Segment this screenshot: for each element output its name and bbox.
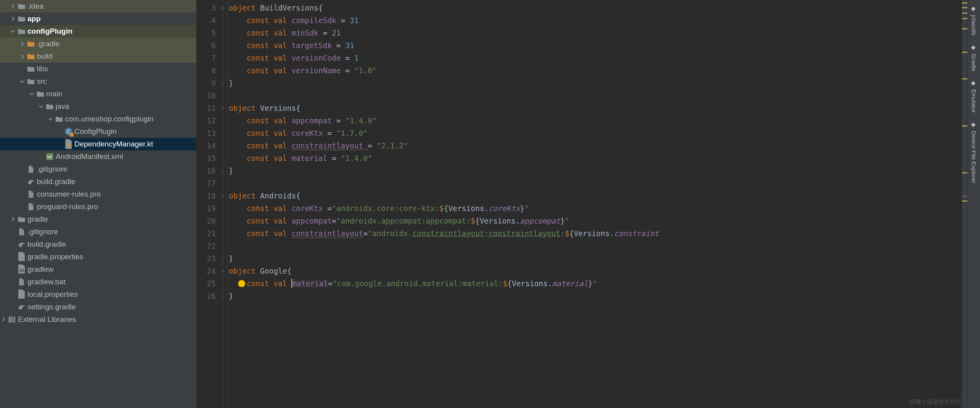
code-line[interactable]: object Google{ bbox=[229, 265, 962, 277]
code-line[interactable]: const val constraintlayout="androidx.con… bbox=[229, 227, 962, 240]
tree-item[interactable]: local.properties bbox=[0, 288, 196, 301]
line-number[interactable]: 18 bbox=[197, 190, 223, 202]
tree-item[interactable]: com.umeshop.configplugin bbox=[0, 113, 196, 125]
line-number[interactable]: 20 bbox=[197, 215, 223, 227]
code-line[interactable]: const val coreKtx ="androidx.core:core-k… bbox=[229, 202, 962, 215]
chevron-down-icon[interactable] bbox=[10, 29, 16, 34]
fold-toggle-icon[interactable]: ⊟ bbox=[222, 102, 224, 114]
tree-item[interactable]: DependencyManager.kt bbox=[0, 138, 196, 150]
tree-item[interactable]: app bbox=[0, 13, 196, 25]
tool-tab-emulator[interactable]: ◆Emulator bbox=[969, 76, 979, 117]
scrollbar-marker[interactable] bbox=[962, 78, 967, 79]
tree-item[interactable]: .idea bbox=[0, 0, 196, 13]
line-gutter[interactable]: 3456789101112131415161718192021222324252… bbox=[197, 0, 223, 408]
chevron-down-icon[interactable] bbox=[48, 116, 53, 122]
chevron-right-icon[interactable] bbox=[20, 54, 25, 59]
tree-item[interactable]: libs bbox=[0, 63, 196, 75]
editor[interactable]: 3456789101112131415161718192021222324252… bbox=[197, 0, 967, 408]
external-libraries[interactable]: External Libraries bbox=[0, 313, 196, 326]
scrollbar-marker[interactable] bbox=[962, 7, 967, 8]
scrollbar-marker[interactable] bbox=[962, 28, 967, 29]
code-line[interactable]: const val material = "1.4.0" bbox=[229, 152, 962, 164]
code-line[interactable]: const val appcompat = "1.4.0" bbox=[229, 114, 962, 127]
tree-item[interactable]: consumer-rules.pro bbox=[0, 188, 196, 200]
tree-item[interactable]: build bbox=[0, 50, 196, 63]
line-number[interactable]: 12 bbox=[197, 114, 223, 127]
line-number[interactable]: 11 bbox=[197, 102, 223, 114]
tree-item[interactable]: build.gradle bbox=[0, 238, 196, 251]
line-number[interactable]: 10 bbox=[197, 89, 223, 102]
code-line[interactable]: const val material="com.google.android.m… bbox=[229, 277, 962, 290]
line-number[interactable]: 6 bbox=[197, 39, 223, 52]
project-tree[interactable]: .ideaappconfigPlugin.gradlebuildlibssrcm… bbox=[0, 0, 197, 408]
line-number[interactable]: 3 bbox=[197, 2, 223, 14]
line-number[interactable]: 8 bbox=[197, 64, 223, 77]
code-area[interactable]: object BuildVersions{ const val compileS… bbox=[227, 0, 962, 408]
line-number[interactable]: 26 bbox=[197, 290, 223, 302]
code-line[interactable]: const val versionName = "1.0" bbox=[229, 64, 962, 77]
line-number[interactable]: 25 bbox=[197, 277, 223, 290]
tree-item[interactable]: settings.gradle bbox=[0, 301, 196, 313]
chevron-down-icon[interactable] bbox=[29, 91, 34, 97]
tree-item[interactable]: gradlew.bat bbox=[0, 276, 196, 288]
line-number[interactable]: 16 bbox=[197, 164, 223, 177]
chevron-right-icon[interactable] bbox=[10, 16, 16, 22]
line-number[interactable]: 4 bbox=[197, 14, 223, 27]
tree-item[interactable]: main bbox=[0, 88, 196, 100]
code-line[interactable]: } bbox=[229, 252, 962, 265]
line-number[interactable]: 9 bbox=[197, 77, 223, 89]
fold-toggle-icon[interactable]: ⊟ bbox=[222, 2, 224, 14]
scrollbar-marker[interactable] bbox=[962, 196, 967, 197]
scrollbar-marker[interactable] bbox=[962, 125, 967, 126]
chevron-right-icon[interactable] bbox=[10, 217, 16, 222]
scrollbar-marker[interactable] bbox=[962, 52, 967, 53]
scrollbar-marker[interactable] bbox=[962, 2, 967, 4]
code-line[interactable]: const val coreKtx = "1.7.0" bbox=[229, 127, 962, 139]
tree-item[interactable]: gradle.properties bbox=[0, 251, 196, 263]
chevron-right-icon[interactable] bbox=[20, 41, 25, 47]
tool-tab-device-file-explorer[interactable]: ◆Device File Explorer bbox=[969, 117, 979, 188]
line-number[interactable]: 13 bbox=[197, 127, 223, 139]
tool-tab-jclasslib[interactable]: ◆jclasslib bbox=[969, 2, 979, 40]
scrollbar[interactable] bbox=[962, 0, 967, 408]
tree-item[interactable]: .gradle bbox=[0, 38, 196, 50]
tree-item[interactable]: configPlugin bbox=[0, 25, 196, 38]
code-line[interactable]: } bbox=[229, 77, 962, 89]
tree-item[interactable]: gradle bbox=[0, 213, 196, 226]
right-tool-window-bar[interactable]: ◆jclasslib◆Gradle◆Emulator◆Device File E… bbox=[967, 0, 980, 408]
scrollbar-marker[interactable] bbox=[962, 200, 967, 202]
code-line[interactable]: object BuildVersions{ bbox=[229, 2, 962, 14]
line-number[interactable]: 5 bbox=[197, 27, 223, 39]
tree-item[interactable]: src bbox=[0, 75, 196, 88]
fold-toggle-icon[interactable]: ⊟ bbox=[222, 190, 224, 202]
tree-item[interactable]: shgradlew bbox=[0, 263, 196, 276]
line-number[interactable]: 15 bbox=[197, 152, 223, 164]
code-line[interactable]: object Versions{ bbox=[229, 102, 962, 114]
code-line[interactable] bbox=[229, 177, 962, 190]
line-number[interactable]: 21 bbox=[197, 227, 223, 240]
tree-item[interactable]: .gitignore bbox=[0, 226, 196, 238]
tree-item[interactable]: proguard-rules.pro bbox=[0, 200, 196, 213]
tree-item[interactable]: .gitignore bbox=[0, 163, 196, 175]
fold-column[interactable]: ⊟⌊⊟⌊⊟⌊⊟⌊ bbox=[223, 0, 227, 408]
tree-item[interactable]: build.gradle bbox=[0, 175, 196, 188]
scrollbar-marker[interactable] bbox=[962, 18, 967, 19]
tool-tab-gradle[interactable]: ◆Gradle bbox=[969, 40, 979, 76]
code-line[interactable]: const val appcompat="androidx.appcompat:… bbox=[229, 215, 962, 227]
tree-item[interactable]: java bbox=[0, 100, 196, 113]
code-line[interactable]: } bbox=[229, 164, 962, 177]
scrollbar-marker[interactable] bbox=[962, 172, 967, 173]
scrollbar-marker[interactable] bbox=[962, 13, 967, 14]
line-number[interactable]: 23 bbox=[197, 252, 223, 265]
code-line[interactable]: object Androidx{ bbox=[229, 190, 962, 202]
line-number[interactable]: 17 bbox=[197, 177, 223, 190]
code-line[interactable]: const val versionCode = 1 bbox=[229, 52, 962, 64]
line-number[interactable]: 22 bbox=[197, 240, 223, 252]
code-line[interactable]: const val targetSdk = 31 bbox=[229, 39, 962, 52]
tree-item[interactable]: MFAndroidManifest.xml bbox=[0, 150, 196, 163]
chevron-down-icon[interactable] bbox=[38, 104, 44, 109]
tree-item[interactable]: CConfigPlugin bbox=[0, 125, 196, 138]
line-number[interactable]: 14 bbox=[197, 139, 223, 152]
code-line[interactable]: const val compileSdk = 31 bbox=[229, 14, 962, 27]
line-number[interactable]: 24 bbox=[197, 265, 223, 277]
